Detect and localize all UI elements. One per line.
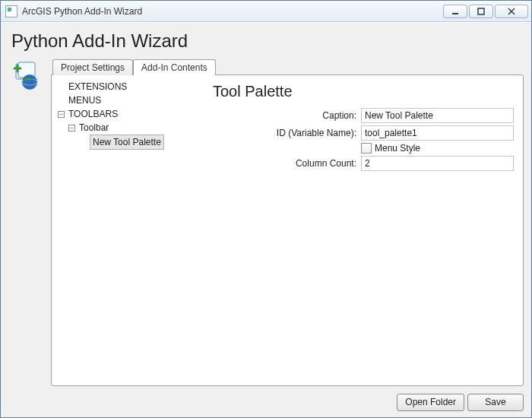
tree-item-extensions[interactable]: EXTENSIONS [58,80,201,93]
row-caption: Caption: [213,108,514,123]
tree-toggle-icon[interactable]: − [68,125,75,131]
caption-label: Caption: [213,110,361,121]
tree-item-toolbar[interactable]: −Toolbar New Tool Palette [68,121,201,150]
tab-addin-contents[interactable]: Add-In Contents [133,59,216,75]
tab-strip: Project Settings Add-In Contents [51,58,524,74]
bottom-bar: Open Folder Save [1,389,531,417]
row-menu-style: Menu Style [213,143,514,154]
tab-project-settings[interactable]: Project Settings [52,59,133,75]
menu-style-checkbox[interactable] [361,143,372,154]
addin-wizard-icon [11,61,42,91]
window-title: ArcGIS Python Add-In Wizard [22,6,443,17]
tree-item-toolbars[interactable]: −TOOLBARS −Toolbar New Tool Palette [58,107,201,150]
minimize-button[interactable] [443,5,467,18]
wizard-icon-panel [8,58,45,386]
window-controls [443,5,528,18]
svg-rect-1 [478,8,484,14]
tree-item-new-tool-palette[interactable]: New Tool Palette [79,135,201,150]
close-icon [508,8,515,15]
tab-body: EXTENSIONS MENUS −TOOLBARS −Toolbar [51,74,524,386]
caption-input[interactable] [361,108,514,123]
client-area: Python Add-In Wizard Project Settings Ad… [1,22,531,417]
column-count-input[interactable] [361,156,514,171]
id-input[interactable] [361,125,514,141]
form-title: Tool Palette [213,83,514,100]
maximize-button[interactable] [469,5,493,18]
id-label: ID (Variable Name): [213,128,361,138]
close-button[interactable] [495,5,528,18]
tree-view[interactable]: EXTENSIONS MENUS −TOOLBARS −Toolbar [52,75,204,385]
page-title: Python Add-In Wizard [1,23,531,58]
save-button[interactable]: Save [467,394,524,411]
app-icon [5,5,17,17]
row-id: ID (Variable Name): [213,125,514,141]
maximize-icon [477,8,485,15]
column-count-label: Column Count: [213,158,361,169]
content-row: Project Settings Add-In Contents EXTENSI… [1,58,531,389]
svg-rect-0 [452,13,458,14]
titlebar[interactable]: ArcGIS Python Add-In Wizard [1,1,531,22]
tree-item-menus[interactable]: MENUS [58,93,201,107]
minimize-icon [451,8,459,15]
menu-style-label: Menu Style [375,143,420,154]
tab-panel: Project Settings Add-In Contents EXTENSI… [51,58,524,386]
form-pane: Tool Palette Caption: ID (Variable Name)… [204,75,523,385]
open-folder-button[interactable]: Open Folder [397,394,464,411]
tree-toggle-icon[interactable]: − [58,111,65,118]
app-window: ArcGIS Python Add-In Wizard Python Add-I… [0,0,532,418]
row-column-count: Column Count: [213,156,514,171]
